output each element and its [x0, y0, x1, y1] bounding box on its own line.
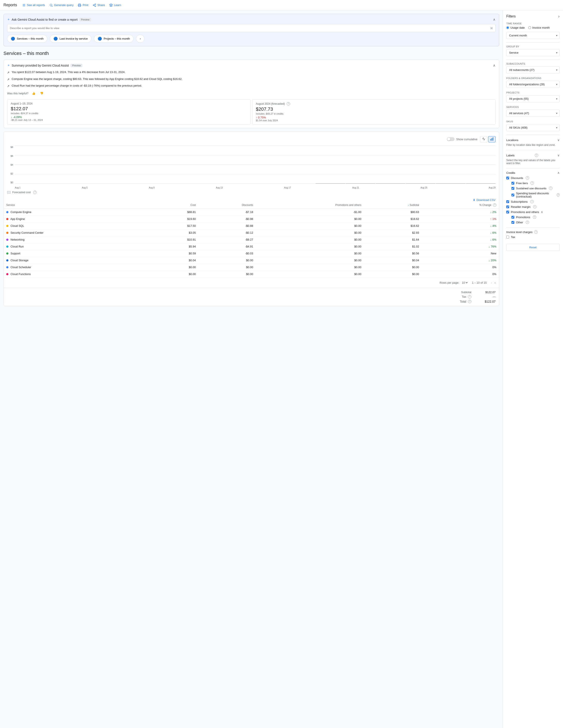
main-layout: ✦ Ask Gemini Cloud Assist to find or cre…	[0, 10, 563, 728]
download-csv-button[interactable]: ⬇ Download CSV	[473, 198, 496, 202]
chart-bar-10[interactable]	[316, 183, 345, 184]
service-dot	[6, 218, 8, 220]
time-range-filter: Time range Usage date Invoice month Curr…	[506, 22, 560, 39]
locations-expandable[interactable]: Locations ∨	[506, 137, 560, 143]
print-icon	[78, 3, 81, 7]
tax-help-icon[interactable]: ?	[468, 295, 471, 299]
subscriptions-help-icon[interactable]: ?	[530, 200, 534, 203]
table-row: Cloud Functions $0.00 $0.00 $0.00 $0.00 …	[4, 271, 499, 277]
other-help-icon[interactable]: ?	[526, 221, 529, 224]
labels-expandable[interactable]: Labels ? ∨	[506, 153, 560, 158]
usage-date-input[interactable]	[506, 26, 509, 29]
service-dot	[6, 211, 8, 213]
cell-cost: $3.05	[151, 229, 198, 236]
reseller-margin-help-icon[interactable]: ?	[533, 205, 537, 208]
invoice-month-radio[interactable]: Invoice month	[528, 26, 550, 29]
thumbs-up-button[interactable]: 👍	[31, 91, 36, 96]
sustained-use-help-icon[interactable]: ?	[549, 187, 552, 190]
spending-based-input[interactable]	[512, 194, 514, 196]
other-input[interactable]	[512, 221, 514, 224]
share-link[interactable]: Share	[93, 3, 105, 7]
table-row: Support $0.59 -$0.03 $0.00 $0.56 New	[4, 250, 499, 257]
see-all-reports-link[interactable]: See all reports	[22, 3, 45, 7]
subscriptions-input[interactable]	[506, 200, 509, 203]
current-month-select[interactable]: Current month	[506, 32, 560, 39]
rows-per-page-select[interactable]: 10 25 50	[461, 281, 468, 285]
discounts-checkbox[interactable]: Discounts ?	[506, 176, 560, 180]
group-by-select[interactable]: Service	[506, 49, 560, 56]
services-table: Service Cost Discounts Promotions and ot…	[4, 202, 499, 278]
svg-rect-5	[79, 5, 80, 6]
forecast-legend-help[interactable]: ?	[33, 191, 37, 194]
total-help-icon[interactable]: ?	[468, 300, 471, 303]
print-link[interactable]: Print	[78, 3, 88, 7]
chart-bar-15[interactable]	[466, 183, 496, 184]
totals-total-row: Total ? $122.07	[7, 300, 496, 303]
chart-bar-13[interactable]	[406, 183, 436, 184]
promotions-others-input[interactable]	[506, 211, 509, 213]
quick-link-services[interactable]: 🔵 Services – this month	[7, 35, 47, 43]
projects-select[interactable]: All projects (55)	[506, 95, 560, 102]
services-select[interactable]: All services (47)	[506, 110, 560, 117]
bar-chart-button[interactable]	[488, 136, 496, 142]
promotions-checkbox[interactable]: Promotions ?	[512, 215, 560, 219]
folders-select[interactable]: All folders/organizations (28)	[506, 81, 560, 88]
tax-input[interactable]	[506, 236, 509, 238]
generate-query-link[interactable]: Generate query	[49, 3, 73, 7]
other-checkbox[interactable]: Other ?	[512, 221, 560, 224]
filters-expand-button[interactable]: ›	[558, 14, 560, 19]
free-tiers-input[interactable]	[512, 182, 514, 185]
subscriptions-checkbox[interactable]: Subscriptions ?	[506, 200, 560, 203]
change-help-icon[interactable]: ?	[493, 203, 496, 207]
promotions-help-icon[interactable]: ?	[533, 215, 536, 219]
labels-help-icon[interactable]: ?	[535, 154, 538, 157]
table-row: Cloud SQL $17.50 -$0.88 $0.00 $16.62 ↓ 4…	[4, 222, 499, 229]
bar-segment-forecast	[346, 183, 376, 184]
reseller-margin-input[interactable]	[506, 205, 509, 208]
cell-change: New	[422, 250, 499, 257]
next-page-button[interactable]: ›	[494, 280, 496, 285]
reset-button[interactable]: Reset	[506, 244, 560, 251]
free-tiers-help-icon[interactable]: ?	[530, 181, 534, 185]
usage-date-radio[interactable]: Usage date	[506, 26, 525, 29]
invoice-charges-help-icon[interactable]: ?	[534, 230, 538, 234]
summary-collapse-button[interactable]: ∧	[493, 63, 496, 67]
cell-discounts: $0.00	[198, 271, 255, 277]
gemini-collapse-button[interactable]: ∧	[493, 17, 496, 22]
prev-page-button[interactable]: ‹	[490, 280, 493, 285]
line-chart-button[interactable]	[480, 136, 487, 142]
subaccounts-select[interactable]: All subaccounts (27)	[506, 66, 560, 73]
sustained-use-input[interactable]	[512, 187, 514, 190]
x-label-0: Aug 1	[15, 187, 20, 189]
skus-wrapper: All SKUs (408)	[506, 124, 560, 131]
quick-link-projects[interactable]: 🔵 Projects – this month	[94, 35, 133, 43]
free-tiers-checkbox[interactable]: Free tiers ?	[512, 181, 560, 185]
promotions-input[interactable]	[512, 216, 514, 219]
forecast-help-icon[interactable]: ?	[287, 102, 290, 106]
sustained-use-checkbox[interactable]: Sustained use discounts ?	[512, 187, 560, 190]
learn-link[interactable]: Learn	[109, 3, 121, 7]
cell-service: Cloud Scheduler	[4, 264, 151, 271]
gemini-search-input[interactable]	[7, 24, 496, 32]
invoice-month-input[interactable]	[528, 26, 531, 29]
quick-link-more[interactable]: ›	[136, 35, 144, 43]
show-cumulative-toggle[interactable]: Show cumulative	[447, 137, 477, 141]
cell-discounts: -$0.03	[198, 250, 255, 257]
chart-bar-14[interactable]	[436, 183, 466, 184]
thumbs-down-button[interactable]: 👎	[39, 91, 44, 96]
tax-checkbox[interactable]: Tax	[506, 235, 560, 239]
skus-select[interactable]: All SKUs (408)	[506, 124, 560, 131]
cell-service: App Engine	[4, 215, 151, 222]
col-discounts: Discounts	[198, 202, 255, 209]
svg-rect-13	[493, 138, 493, 140]
discounts-help-icon[interactable]: ?	[526, 176, 529, 180]
discounts-input[interactable]	[506, 177, 509, 179]
quick-link-last-invoice[interactable]: 🔵 Last invoice by service	[50, 35, 91, 43]
chart-bar-12[interactable]	[376, 183, 406, 184]
promotions-others-checkbox[interactable]: Promotions and others ∧	[506, 210, 560, 214]
reseller-margin-checkbox[interactable]: Reseller margin ?	[506, 205, 560, 208]
chart-bar-11[interactable]	[346, 183, 376, 184]
projects-filter: Projects All projects (55)	[506, 91, 560, 102]
spending-based-help-icon[interactable]: ?	[557, 193, 560, 197]
spending-based-checkbox[interactable]: Spending based discounts (contractual) ?	[512, 192, 560, 198]
